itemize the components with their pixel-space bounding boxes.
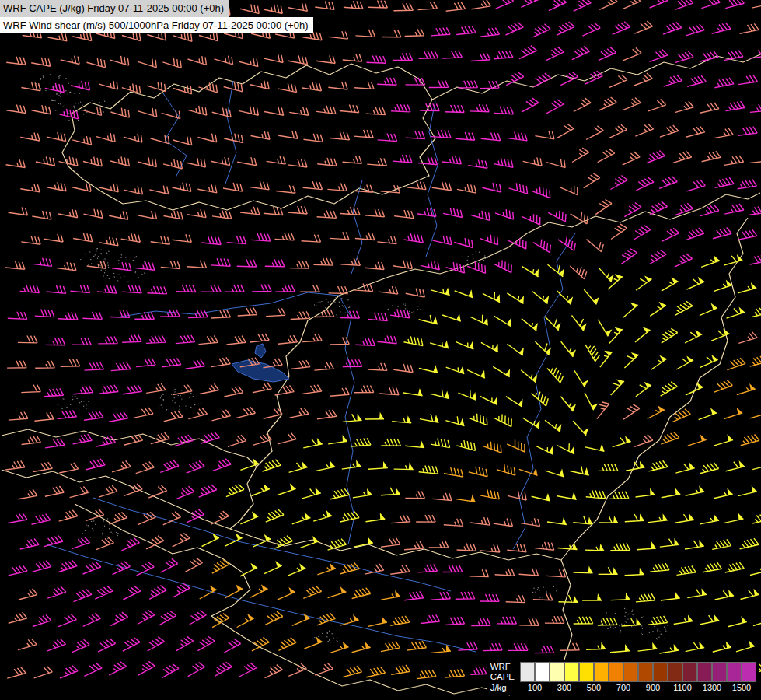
legend-labels: WRF CAPE J/kg <box>490 662 520 694</box>
legend-swatch <box>623 662 638 682</box>
legend-swatch <box>668 662 682 682</box>
legend-scale: 100300500700900110013001500 <box>520 662 756 694</box>
legend-swatch <box>682 662 697 682</box>
legend-swatch <box>564 662 579 682</box>
title-line-shear: WRF Wind shear (m/s) 500/1000hPa Friday … <box>0 17 313 34</box>
legend-label-unit: J/kg <box>490 683 515 694</box>
legend-tick-label: 900 <box>646 683 660 692</box>
weather-map-svg <box>0 0 761 700</box>
legend-tick-label: 1500 <box>732 683 751 692</box>
legend-swatch <box>550 662 564 682</box>
cape-legend: WRF CAPE J/kg 10030050070090011001300150… <box>487 660 759 695</box>
title-line-cape: WRF CAPE (J/kg) Friday 07-11-2025 00:00 … <box>0 0 229 17</box>
map-canvas <box>0 0 761 700</box>
legend-swatch <box>594 662 609 682</box>
legend-swatch <box>653 662 668 682</box>
legend-tick-label: 500 <box>587 683 601 692</box>
legend-label-wrf: WRF <box>490 662 515 673</box>
legend-ticks: 100300500700900110013001500 <box>520 682 756 694</box>
legend-tick-label: 1300 <box>703 683 721 692</box>
legend-swatch <box>727 662 742 682</box>
legend-swatch <box>520 662 535 682</box>
title-overlay: WRF CAPE (J/kg) Friday 07-11-2025 00:00 … <box>0 0 313 33</box>
legend-swatch <box>742 662 756 682</box>
legend-swatch <box>579 662 594 682</box>
legend-tick-label: 300 <box>557 683 571 692</box>
legend-swatch <box>712 662 727 682</box>
weather-map: WRF CAPE (J/kg) Friday 07-11-2025 00:00 … <box>0 0 761 700</box>
legend-swatch <box>638 662 653 682</box>
legend-label-cape: CAPE <box>490 672 515 683</box>
legend-swatch <box>609 662 623 682</box>
legend-swatch <box>697 662 712 682</box>
legend-tick-label: 1100 <box>673 683 692 692</box>
legend-swatches <box>520 662 756 682</box>
legend-swatch <box>535 662 550 682</box>
legend-tick-label: 700 <box>616 683 630 692</box>
legend-tick-label: 100 <box>528 683 542 692</box>
